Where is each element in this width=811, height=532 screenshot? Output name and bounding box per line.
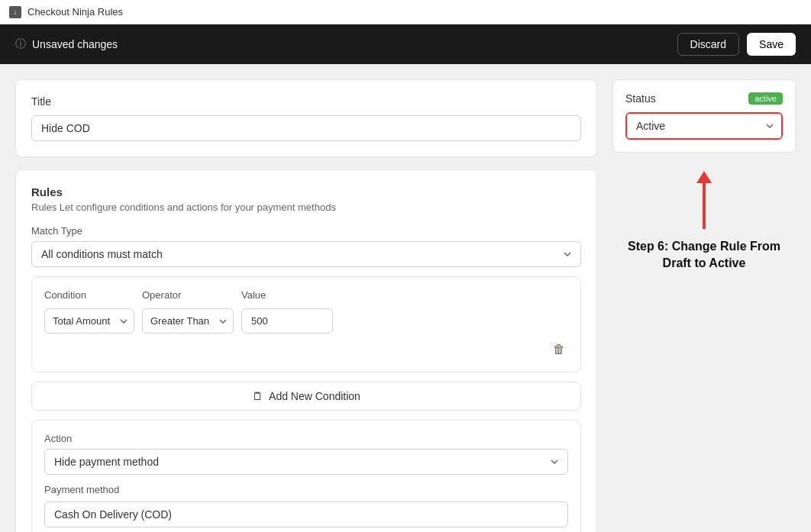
- operator-label: Operator: [142, 289, 234, 301]
- right-panel: Status active Active Draft Step 6: Chang…: [612, 79, 796, 517]
- condition-box: Condition Total Amount Operator Greater …: [31, 276, 581, 372]
- action-label: Action: [44, 433, 568, 444]
- operator-col: Operator Greater Than: [142, 289, 234, 334]
- title-label: Title: [31, 95, 581, 108]
- status-badge: active: [748, 92, 783, 105]
- rules-card: Rules Rules Let configure conditions and…: [15, 169, 597, 532]
- condition-col: Condition Total Amount: [44, 289, 134, 334]
- action-box: Action Hide payment method Payment metho…: [31, 420, 581, 532]
- value-label: Value: [241, 289, 333, 301]
- condition-select[interactable]: Total Amount: [44, 308, 134, 334]
- match-type-select[interactable]: All conditions must match Any condition …: [31, 241, 581, 267]
- payment-method-label: Payment method: [44, 484, 568, 495]
- title-input[interactable]: [31, 115, 581, 141]
- top-bar: ⓘ Unsaved changes Discard Save: [0, 24, 811, 64]
- condition-label: Condition: [44, 289, 134, 301]
- condition-row: Condition Total Amount Operator Greater …: [44, 289, 568, 334]
- delete-condition-button[interactable]: 🗑: [550, 340, 568, 360]
- add-condition-icon: 🗒: [252, 390, 263, 402]
- match-type-label: Match Type: [31, 225, 581, 237]
- annotation-box: Step 6: Change Rule From Draft to Active: [612, 165, 796, 272]
- add-condition-label: Add New Condition: [269, 390, 360, 402]
- value-input[interactable]: [241, 308, 333, 334]
- save-button[interactable]: Save: [747, 33, 796, 56]
- status-header: Status active: [625, 92, 783, 105]
- status-select[interactable]: Active Draft: [627, 114, 781, 138]
- title-bar: ↓ Checkout Ninja Rules: [0, 0, 811, 24]
- add-condition-button[interactable]: 🗒 Add New Condition: [31, 382, 581, 411]
- delete-row: 🗑: [44, 340, 568, 360]
- discard-button[interactable]: Discard: [677, 33, 739, 56]
- rules-description: Rules Let configure conditions and actio…: [31, 202, 581, 213]
- arrow-head-up: [696, 171, 712, 183]
- unsaved-changes-text: Unsaved changes: [32, 38, 118, 50]
- left-panel: Title Rules Rules Let configure conditio…: [15, 79, 597, 517]
- app-title: Checkout Ninja Rules: [27, 6, 123, 18]
- operator-select[interactable]: Greater Than: [142, 308, 234, 334]
- action-select[interactable]: Hide payment method: [44, 449, 568, 475]
- main-content: Title Rules Rules Let configure conditio…: [0, 64, 811, 532]
- unsaved-changes-notice: ⓘ Unsaved changes: [15, 37, 118, 51]
- status-select-wrapper: Active Draft: [625, 112, 783, 140]
- payment-method-input[interactable]: [44, 501, 568, 527]
- info-icon: ⓘ: [15, 37, 26, 51]
- top-bar-actions: Discard Save: [677, 33, 796, 56]
- value-col: Value: [241, 289, 333, 334]
- title-card: Title: [15, 79, 597, 157]
- step-label: Step 6: Change Rule From Draft to Active: [628, 238, 780, 272]
- rules-title: Rules: [31, 185, 581, 198]
- app-icon: ↓: [9, 6, 21, 18]
- status-label: Status: [625, 92, 656, 105]
- arrow-shaft: [703, 183, 706, 229]
- status-card: Status active Active Draft: [612, 79, 796, 153]
